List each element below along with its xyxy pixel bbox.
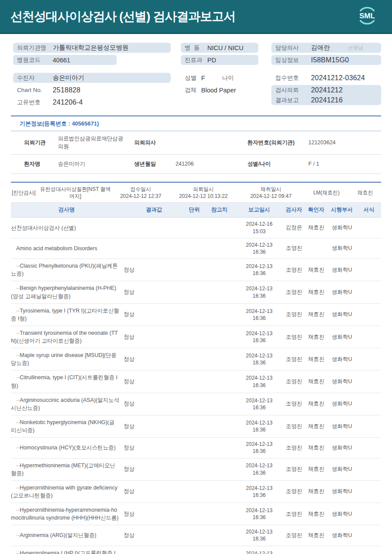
chart-no-label: Chart No. [17, 87, 53, 93]
patient-info-panel: 의뢰기관명 가톨릭대학교은평성모병원 병원코드 40661 수진자 송은미아기 … [0, 34, 392, 109]
receipt-datetime: 접수일시 2024-12-12 12:37 [113, 186, 169, 200]
test-name-cell: ··Hyperornithinemia with gyrate deficien… [11, 484, 122, 500]
clinical-info-label: 임상정보 [275, 56, 311, 64]
column-header: 단위 [186, 206, 203, 214]
basic-info-title: 기본정보(등록번호 : 40565671) [11, 116, 381, 131]
receipt-no-row: 접수번호 20241212-03624 [271, 73, 381, 83]
verifier-cell: 채효진 [305, 444, 327, 452]
verifier-cell: 채효진 [305, 466, 327, 473]
report-datetime-cell: 2024-12-1316:36 [236, 397, 283, 411]
collect-datetime-label: 채취일시 [238, 186, 304, 193]
hospital-code-row: 병원코드 40661 [13, 55, 117, 65]
report-datetime-cell: 2024-12-1316:36 [236, 308, 283, 322]
department-cell: 생화학U [327, 333, 357, 341]
test-name-cell: ··Argininemia (ARG)(알지닌혈증) [11, 531, 122, 539]
result-value-cell: 정상 [122, 400, 186, 408]
clinical-info-row: 임상정보 I58BM15G0 [271, 55, 381, 65]
field-value: 의료법인삼광의료재단삼광의원 [58, 135, 134, 150]
doctor-value: 김애란 [311, 44, 330, 52]
patient-value: 송은미아기 [53, 74, 84, 82]
report-datetime-cell: 2024-12-1316:36 [236, 285, 283, 299]
clinical-info-value: I58BM15G0 [311, 56, 349, 64]
tester-cell: 조영진 [283, 488, 305, 495]
basic-info-section: 기본정보(등록번호 : 40565671) 의뢰기관의료법인삼광의료재단삼광의원… [11, 116, 381, 174]
tester-cell: 김정은 [283, 224, 305, 231]
field-label: 환자명 [24, 160, 58, 168]
department-cell: 생화학U [327, 510, 357, 518]
sex-label: 성별 [185, 74, 201, 82]
table-row: ··Classic Phenylketonuria (PKU)(페닐케톤뇨증)정… [11, 259, 381, 281]
medical-dept-label: 진료과 [185, 56, 207, 64]
verifier-cell: 채효진 [305, 488, 327, 495]
test-request-label: 검사의뢰 [275, 86, 311, 94]
result-report-row: 결과보고 20241216 [271, 95, 381, 105]
department-cell: 생화학U [327, 266, 357, 274]
department-cell: 생화학U [327, 356, 357, 363]
field-label: 의뢰의사 [134, 139, 176, 146]
column-header: 결과값 [122, 206, 186, 214]
report-datetime-cell: 2024-12-1316:36 [236, 263, 283, 277]
department-cell: 생화학U [327, 400, 357, 408]
department-cell: 생화학U [327, 532, 357, 539]
table-row: ··Nonketotic hyperglycinemia (NKHG)(글리신뇌… [11, 415, 381, 438]
test-name-cell: ··Hyperprolinemia I (HP I)(고프롤린혈증 I형) [11, 549, 122, 554]
result-report-label: 결과보고 [275, 96, 311, 104]
result-value-cell: 정상 [122, 532, 186, 539]
test-group-name: 유전성대사이상질환[NST 혈액 여지] [38, 186, 113, 200]
test-name-cell: ··Citrullinemia, type I (CIT)(시트룰린혈증 I형) [11, 374, 122, 389]
field-value: 121203624 [308, 139, 381, 147]
verifier-cell: 채효진 [305, 266, 327, 274]
collect-datetime-value: 2024-12-12 09:47 [238, 193, 304, 200]
result-value-cell: 정상 [122, 311, 186, 318]
report-datetime-cell: 2024-12-1316:36 [236, 241, 283, 255]
table-row: ··Hypermethioninemia (MET)(고메티오닌혈증)정상202… [11, 459, 381, 481]
table-row: ··Benign hyperphenylalaninemia (H-PHE)(양… [11, 281, 381, 303]
result-value-cell: 정상 [122, 333, 186, 341]
column-header: 서식 [357, 206, 381, 214]
patient-label: 수진자 [17, 74, 53, 82]
chart-no-row: Chart No. 2518828 [13, 85, 171, 95]
table-row: ··Tyrosinemia, type I (TYR I)(고타이로신혈증 I형… [11, 304, 381, 326]
medical-dept-value: PD [207, 57, 216, 64]
patient-row: 수진자 송은미아기 [13, 73, 171, 83]
field-value: 송은미아기 [58, 160, 134, 168]
department-cell: 생화학U [327, 245, 357, 252]
column-header: 시행부서 [327, 206, 357, 214]
table-row: ··Homocystinuria (HCY)(호모시스틴뇨증)정상2024-12… [11, 438, 381, 458]
tester-cell: 조영진 [283, 532, 305, 539]
specimen-row: 검체 Blood Paper [181, 85, 258, 95]
specimen-value: Blood Paper [201, 87, 236, 94]
table-row: ··Hyperornithinemia with gyrate deficien… [11, 481, 381, 503]
result-value-cell: 정상 [122, 444, 186, 452]
table-row: ··Hyperprolinemia I (HP I)(고프롤린혈증 I형)정상2… [11, 546, 381, 554]
table-row: ··Transient tyrosinemia of the neonate (… [11, 326, 381, 348]
request-datetime-value: 2024-12-12 10:13:22 [169, 193, 238, 200]
department-cell: 생화학U [327, 311, 357, 318]
report-datetime-cell: 2024-12-1316:36 [236, 550, 283, 554]
receipt-no-value: 20241212-03624 [311, 74, 365, 82]
request-report-block: 검사의뢰 20241212 결과보고 20241216 [271, 85, 381, 105]
requesting-org-label: 의뢰기관명 [17, 44, 53, 52]
sex-age-row: 성별 F 나이 [181, 73, 258, 83]
report-datetime-cell: 2024-12-1316:36 [236, 419, 283, 433]
verifier-cell: 채효진 [305, 400, 327, 408]
field-label: 의뢰기관 [24, 139, 58, 146]
result-value-cell: 정상 [122, 488, 186, 495]
column-header: 검사자 [283, 206, 305, 214]
unique-no-row: 고유번호 241206-4 [13, 97, 171, 107]
diagnosis-header-row: [진단검사] 유전성대사이상질환[NST 혈액 여지] 접수일시 2024-12… [11, 183, 381, 203]
table-row: Amino acid metabolism Disorders2024-12-1… [11, 238, 381, 259]
report-datetime-cell: 2024-12-1316:36 [236, 528, 283, 542]
chart-no-value: 2518828 [53, 86, 81, 94]
table-row: ··Argininosuccinic aciduria (ASA)(알지노석시닌… [11, 393, 381, 415]
result-value-cell: 정상 [122, 266, 186, 274]
tester-cell: 조영진 [283, 333, 305, 341]
verifier-cell: 채효진 [305, 289, 327, 296]
verifier-cell: 채효진 [305, 333, 327, 341]
result-value-cell: 정상 [122, 289, 186, 296]
table-row: ··Argininemia (ARG)(알지닌혈증)정상2024-12-1316… [11, 525, 381, 546]
unique-no-value: 241206-4 [53, 99, 83, 106]
logo-text: SML [359, 12, 375, 20]
medical-dept-row: 진료과 PD [181, 55, 258, 65]
verifier-cell: 채효진 [305, 423, 327, 430]
